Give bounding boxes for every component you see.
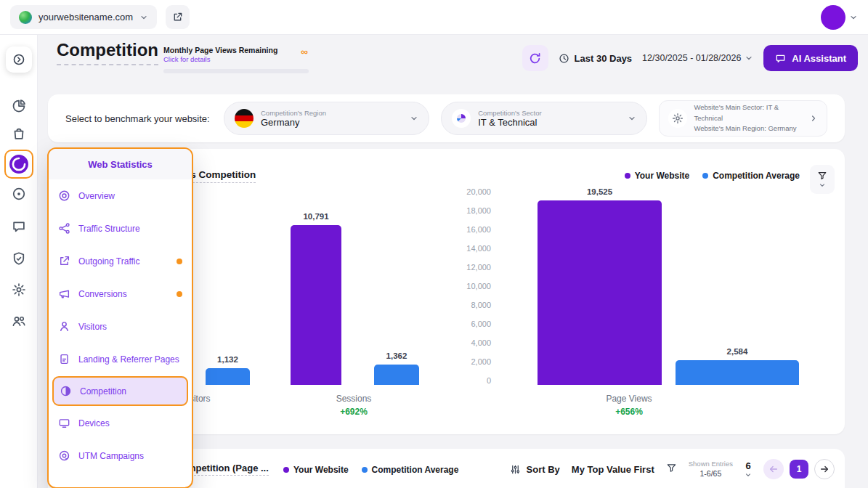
- app-root: yourwebsitename.com Competition Monthly …: [0, 0, 868, 488]
- shown-entries-value: 1-6/65: [699, 468, 721, 479]
- rail-pie-chart-icon[interactable]: [11, 98, 27, 114]
- menu-item-label: Outgoing Traffic: [78, 256, 140, 267]
- chat-icon: [12, 219, 26, 234]
- sector-dropdown[interactable]: Competition's Sector IT & Technical: [441, 102, 646, 135]
- chevron-right-icon: [809, 114, 818, 123]
- y-axis-tick: 12,000: [443, 263, 491, 272]
- rail-chat-icon[interactable]: [11, 219, 27, 235]
- menu-item-landing-referrer-pages[interactable]: Landing & Referrer Pages: [49, 343, 192, 375]
- sector-dropdown-value: IT & Technical: [478, 117, 620, 128]
- website-selector[interactable]: yourwebsitename.com: [10, 5, 157, 29]
- rail-web-statistics-logo[interactable]: [4, 150, 33, 179]
- web-statistics-logo: [9, 154, 29, 174]
- category-label-sessions: Sessions: [281, 394, 426, 404]
- pie-chart-icon: [12, 99, 26, 113]
- account-menu[interactable]: [821, 5, 858, 30]
- menu-item-competition[interactable]: Competition: [52, 376, 188, 406]
- table-filter-button[interactable]: [666, 463, 677, 476]
- menu-item-utm-campaigns[interactable]: UTM Campaigns: [49, 439, 192, 472]
- bar-competition-average-sessions: [374, 365, 419, 385]
- current-page-button[interactable]: 1: [790, 460, 808, 479]
- sort-value-dropdown[interactable]: My Top Value First: [572, 464, 654, 475]
- bar-value-label: 19,525: [516, 187, 684, 196]
- users-icon: [12, 314, 26, 328]
- chevron-down-icon: [410, 114, 418, 123]
- date-range-value: 12/30/2025 - 01/28/2026: [642, 53, 741, 63]
- open-website-button[interactable]: [166, 5, 190, 29]
- website-logo-icon: [19, 11, 32, 24]
- benchmark-bar: Select to benchmark your website: Compet…: [48, 94, 845, 142]
- web-statistics-menu: Web Statistics OverviewTraffic Structure…: [47, 147, 193, 488]
- pagination: 1: [763, 459, 835, 479]
- sector-pie-icon: [452, 109, 471, 128]
- rail-users-icon[interactable]: [11, 313, 27, 329]
- quota-label: Monthly Page Views Remaining: [163, 46, 309, 54]
- next-page-button[interactable]: [814, 459, 835, 479]
- website-main-settings[interactable]: Website's Main Sector: IT & Technical We…: [659, 100, 828, 137]
- menu-items: OverviewTraffic StructureOutgoing Traffi…: [49, 179, 192, 472]
- rail-shield-icon[interactable]: [11, 251, 27, 267]
- competition-icon: [60, 385, 72, 397]
- change-label-page-views: +656%: [556, 407, 702, 417]
- bar-competition-average-page-views: [676, 360, 799, 385]
- clock-icon: [559, 53, 569, 64]
- y-axis-tick: 4,000: [443, 338, 491, 347]
- menu-item-conversions[interactable]: Conversions: [49, 277, 192, 310]
- ai-assistant-button[interactable]: AI Assistant: [763, 45, 858, 71]
- bar-value-label: 1,132: [184, 355, 272, 364]
- icon-rail: [0, 35, 38, 488]
- bar-competition-average-visitors: [206, 368, 250, 385]
- landing-referrer-icon: [58, 353, 70, 365]
- rail-expand-icon[interactable]: [6, 46, 32, 73]
- menu-item-devices[interactable]: Devices: [49, 407, 192, 439]
- bar-value-label: 2,584: [654, 347, 821, 356]
- menu-item-label: Traffic Structure: [78, 224, 140, 234]
- sort-by-label: Sort By: [527, 464, 560, 475]
- rail-target-icon[interactable]: [11, 186, 27, 202]
- prev-page-button[interactable]: [763, 459, 784, 479]
- menu-item-visitors[interactable]: Visitors: [49, 310, 192, 343]
- rail-gear-icon[interactable]: [11, 282, 27, 298]
- gear-icon: [668, 109, 687, 128]
- legend-your-website: Your Website: [283, 465, 349, 475]
- germany-flag-icon: [235, 109, 253, 128]
- gear-icon: [12, 282, 26, 297]
- region-dropdown-label: Competition's Region: [261, 109, 402, 117]
- rail-shopping-bag-icon[interactable]: [11, 126, 27, 142]
- menu-item-label: UTM Campaigns: [78, 451, 144, 461]
- category-label-page-views: Page Views: [556, 394, 702, 404]
- quota-widget: Monthly Page Views Remaining Click for d…: [163, 46, 309, 73]
- menu-item-outgoing-traffic[interactable]: Outgoing Traffic: [49, 245, 192, 277]
- external-link-icon: [172, 12, 183, 23]
- shield-icon: [12, 251, 26, 266]
- bar-value-label: 10,791: [269, 212, 363, 221]
- menu-item-traffic-structure[interactable]: Traffic Structure: [49, 212, 192, 245]
- y-axis-tick: 10,000: [443, 282, 491, 290]
- table-legend: Your Website Competition Average: [283, 465, 458, 475]
- topbar: yourwebsitename.com: [0, 0, 868, 35]
- benchmark-label: Select to benchmark your website:: [65, 113, 212, 124]
- y-axis-tick: 20,000: [443, 187, 491, 196]
- outgoing-traffic-icon: [58, 255, 70, 267]
- target-icon: [12, 187, 26, 201]
- change-label-sessions: +692%: [281, 407, 426, 417]
- menu-item-label: Devices: [78, 418, 110, 428]
- menu-item-overview[interactable]: Overview: [49, 179, 192, 212]
- region-dropdown[interactable]: Competition's Region Germany: [224, 102, 429, 135]
- legend-dot-purple: [283, 467, 289, 473]
- website-main-sector: Website's Main Sector: IT & Technical: [694, 102, 803, 123]
- y-axis-tick: 18,000: [443, 206, 491, 215]
- quota-details-link[interactable]: Click for details: [163, 55, 309, 63]
- shopping-bag-icon: [12, 126, 26, 141]
- date-preset[interactable]: Last 30 Days: [559, 53, 633, 64]
- visitors-icon: [58, 320, 70, 333]
- menu-item-label: Overview: [78, 191, 115, 201]
- date-range-picker[interactable]: 12/30/2025 - 01/28/2026: [642, 53, 753, 63]
- chevron-down-icon: [745, 54, 753, 62]
- refresh-button[interactable]: [522, 45, 548, 71]
- header-actions: Last 30 Days 12/30/2025 - 01/28/2026 AI …: [522, 45, 858, 71]
- devices-icon: [58, 417, 70, 429]
- avatar: [821, 5, 845, 30]
- sort-by-control[interactable]: Sort By: [510, 464, 560, 475]
- page-size-select[interactable]: 6: [745, 460, 752, 479]
